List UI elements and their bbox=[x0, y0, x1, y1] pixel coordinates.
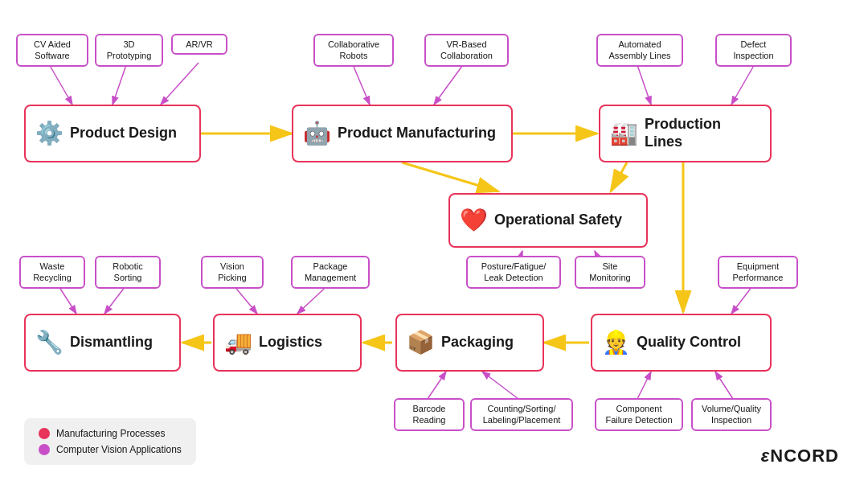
svg-line-24 bbox=[428, 372, 446, 399]
legend-label-manufacturing: Manufacturing Processes bbox=[56, 428, 165, 439]
svg-line-25 bbox=[482, 372, 518, 399]
packaging-icon: 📦 bbox=[407, 331, 435, 354]
legend-item-manufacturing: Manufacturing Processes bbox=[39, 428, 182, 439]
encord-logo: εNCORD bbox=[761, 446, 839, 466]
product-design-icon: ⚙️ bbox=[35, 122, 63, 145]
vision-picking-tag: VisionPicking bbox=[201, 256, 264, 289]
product-manufacturing-label: Product Manufacturing bbox=[338, 125, 496, 142]
ar-vr-tag: AR/VR bbox=[171, 34, 227, 55]
defect-inspection-tag: DefectInspection bbox=[715, 34, 792, 67]
product-manufacturing-box: 🤖 Product Manufacturing bbox=[292, 105, 513, 162]
posture-fatigue-tag: Posture/Fatigue/Leak Detection bbox=[466, 256, 561, 289]
legend-item-cv: Computer Vision Applications bbox=[39, 444, 182, 455]
3d-prototyping-tag: 3D Prototyping bbox=[95, 34, 163, 67]
product-manufacturing-icon: 🤖 bbox=[303, 122, 331, 145]
packaging-box: 📦 Packaging bbox=[395, 314, 544, 372]
product-design-label: Product Design bbox=[70, 125, 177, 142]
legend: Manufacturing Processes Computer Vision … bbox=[24, 418, 196, 465]
production-lines-box: 🏭 Production Lines bbox=[599, 105, 772, 162]
production-lines-label: Production Lines bbox=[645, 116, 760, 150]
robotic-sorting-tag: RoboticSorting bbox=[95, 256, 161, 289]
barcode-reading-tag: BarcodeReading bbox=[394, 398, 465, 431]
site-monitoring-tag: SiteMonitoring bbox=[575, 256, 645, 289]
diagram: CV Aided Software 3D Prototyping AR/VR C… bbox=[0, 0, 868, 489]
logistics-label: Logistics bbox=[259, 334, 322, 351]
operational-safety-label: Operational Safety bbox=[494, 212, 622, 229]
product-design-box: ⚙️ Product Design bbox=[24, 105, 201, 162]
operational-safety-icon: ❤️ bbox=[460, 209, 488, 232]
component-failure-tag: ComponentFailure Detection bbox=[595, 398, 683, 431]
legend-label-cv: Computer Vision Applications bbox=[56, 444, 182, 455]
collaborative-robots-tag: CollaborativeRobots bbox=[313, 34, 394, 67]
svg-line-9 bbox=[611, 162, 627, 191]
legend-dot-red bbox=[39, 428, 50, 439]
equipment-performance-tag: EquipmentPerformance bbox=[718, 256, 798, 289]
logistics-box: 🚚 Logistics bbox=[213, 314, 362, 372]
packaging-label: Packaging bbox=[441, 334, 514, 351]
volume-quality-tag: Volume/QualityInspection bbox=[691, 398, 772, 431]
svg-line-12 bbox=[161, 63, 199, 105]
svg-line-27 bbox=[715, 372, 733, 399]
dismantling-label: Dismantling bbox=[70, 334, 153, 351]
package-management-tag: PackageManagement bbox=[291, 256, 370, 289]
counting-sorting-tag: Counting/Sorting/Labeling/Placement bbox=[470, 398, 573, 431]
svg-line-8 bbox=[402, 162, 498, 191]
svg-line-10 bbox=[48, 63, 72, 105]
waste-recycling-tag: WasteRecycling bbox=[19, 256, 85, 289]
production-lines-icon: 🏭 bbox=[610, 122, 638, 145]
automated-assembly-tag: AutomatedAssembly Lines bbox=[596, 34, 683, 67]
svg-line-13 bbox=[352, 63, 370, 105]
legend-dot-purple bbox=[39, 444, 50, 455]
quality-control-label: Quality Control bbox=[637, 334, 741, 351]
svg-line-14 bbox=[434, 63, 465, 105]
svg-line-11 bbox=[113, 63, 127, 105]
logistics-icon: 🚚 bbox=[224, 331, 252, 354]
vr-based-collaboration-tag: VR-BasedCollaboration bbox=[424, 34, 509, 67]
cv-aided-software-tag: CV Aided Software bbox=[16, 34, 88, 67]
quality-control-icon: 👷 bbox=[602, 331, 630, 354]
svg-line-26 bbox=[637, 372, 651, 399]
quality-control-box: 👷 Quality Control bbox=[591, 314, 772, 372]
operational-safety-box: ❤️ Operational Safety bbox=[448, 193, 648, 248]
dismantling-box: 🔧 Dismantling bbox=[24, 314, 181, 372]
dismantling-icon: 🔧 bbox=[35, 331, 63, 354]
svg-line-16 bbox=[731, 63, 755, 105]
svg-line-15 bbox=[637, 63, 651, 105]
